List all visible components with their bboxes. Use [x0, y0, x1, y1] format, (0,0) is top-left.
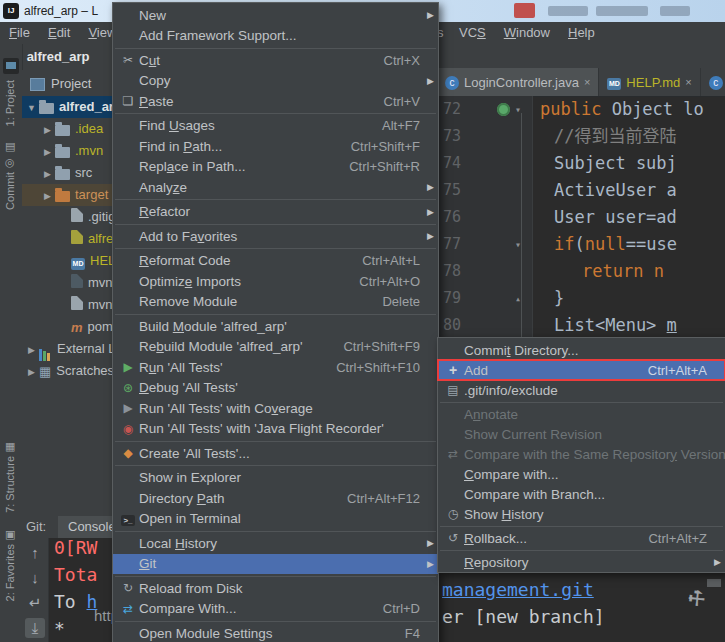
context-menu-item-directory-path[interactable]: Directory PathCtrl+Alt+F12 [113, 488, 438, 509]
context-menu-item-create-all-tests[interactable]: ◆Create 'All Tests'... [113, 443, 438, 464]
context-menu-item-rebuild-module-alfred-arp[interactable]: Rebuild Module 'alfred_arp'Ctrl+Shift+F9 [113, 337, 438, 358]
context-menu-item-add-framework-support[interactable]: Add Framework Support... [113, 26, 438, 47]
menubar-item-file[interactable]: File [0, 22, 39, 43]
git-submenu-item-rollback[interactable]: ↺Rollback...Ctrl+Alt+Z [438, 528, 725, 548]
clipboard-icon: ❏ [117, 94, 139, 108]
line-number: 75 [437, 177, 485, 204]
tree-toggle-icon[interactable]: ▶ [42, 185, 53, 207]
menu-item-shortcut: Ctrl+Alt+Z [648, 531, 707, 546]
menu-item-label: Add Framework Support... [139, 28, 297, 43]
context-menu: New▶Add Framework Support...✂CutCtrl+XCo… [112, 2, 439, 642]
context-menu-item-remove-module[interactable]: Remove ModuleDelete [113, 292, 438, 313]
console-scrollbar-thumb[interactable] [707, 579, 721, 587]
stripe-tab-project[interactable]: 1: Project [4, 80, 16, 126]
context-menu-item-show-in-explorer[interactable]: Show in Explorer [113, 468, 438, 489]
context-menu-item-find-usages[interactable]: Find UsagesAlt+F7 [113, 116, 438, 137]
git-submenu-item-show-history[interactable]: ◷Show History [438, 504, 725, 524]
git-submenu-item-compare-with-branch[interactable]: Compare with Branch... [438, 484, 725, 504]
context-menu-item-new[interactable]: New▶ [113, 5, 438, 26]
context-menu-item-debug-all-tests[interactable]: ⊛Debug 'All Tests' [113, 378, 438, 399]
window-title: alfred_arp – L [24, 4, 98, 18]
context-menu-item-run-all-tests-with-coverage[interactable]: ▶Run 'All Tests' with Coverage [113, 398, 438, 419]
context-menu-item-optimize-imports[interactable]: Optimize ImportsCtrl+Alt+O [113, 271, 438, 292]
gutter-run-marker-icon[interactable] [497, 103, 510, 116]
intellij-logo-icon: IJ [3, 3, 19, 19]
git-submenu-item-compare-with[interactable]: Compare with... [438, 464, 725, 484]
scroll-down-icon[interactable]: ↓ [25, 568, 45, 588]
tab-close-icon[interactable]: × [584, 76, 590, 88]
menubar-item-vcs[interactable]: VCS [450, 22, 495, 43]
tree-toggle-icon[interactable]: ▼ [26, 97, 37, 119]
create-tests-icon: ◆ [117, 446, 139, 460]
fold-marker-icon[interactable]: ▾ [515, 231, 521, 258]
context-menu-item-run-all-tests-with-java-flight-recorder[interactable]: ◉Run 'All Tests' with 'Java Flight Recor… [113, 419, 438, 440]
stripe-tab-structure[interactable]: 7: Structure [4, 456, 16, 513]
context-menu-item-open-module-settings[interactable]: Open Module SettingsF4 [113, 623, 438, 642]
jfr-icon: ◉ [117, 422, 139, 436]
project-panel-header[interactable]: Project [30, 76, 91, 91]
editor-tab-item[interactable]: c [701, 68, 725, 96]
menubar-item-edit[interactable]: Edit [39, 22, 79, 43]
settings-wrench-icon[interactable]: ⚒ [683, 584, 711, 613]
git-submenu-item-add[interactable]: +AddCtrl+Alt+A [438, 360, 725, 380]
code-viewport[interactable]: 72▾public Object lo73//得到当前登陆74Subject s… [437, 96, 725, 339]
terminal-icon: >_ [117, 512, 139, 526]
fold-marker-icon[interactable]: ▾ [515, 96, 521, 123]
menubar-item-help[interactable]: Help [559, 22, 604, 43]
code-text: ActiveUser a [554, 177, 677, 204]
context-menu-item-reformat-code[interactable]: Reformat CodeCtrl+Alt+L [113, 251, 438, 272]
menu-item-label: Find in Path... [139, 139, 222, 154]
fold-marker-icon[interactable]: ▴ [515, 285, 521, 312]
context-menu-item-add-to-favorites[interactable]: Add to Favorites▶ [113, 226, 438, 247]
scroll-to-end-icon[interactable]: ⤓ [25, 618, 45, 638]
code-text: } [554, 285, 564, 312]
debug-icon: ⊛ [117, 381, 139, 395]
rollback-icon: ↺ [442, 531, 464, 545]
tree-toggle-icon[interactable]: ▶ [42, 141, 53, 163]
menu-item-label: Add [464, 363, 488, 378]
context-menu-item-replace-in-path[interactable]: Replace in Path...Ctrl+Shift+R [113, 157, 438, 178]
context-menu-item-analyze[interactable]: Analyze▶ [113, 177, 438, 198]
editor-tab-logincontroller-java[interactable]: cLoginController.java× [437, 68, 599, 96]
tab-close-icon[interactable]: × [685, 76, 691, 88]
context-menu-item-copy[interactable]: Copy▶ [113, 71, 438, 92]
scroll-up-icon[interactable]: ↑ [25, 543, 45, 563]
stripe-tab-favorites[interactable]: 2: Favorites [4, 544, 16, 601]
folder-icon [55, 141, 70, 163]
menu-bar-right: VCSWindowHelp [450, 22, 604, 43]
tool-window-button-icon[interactable] [3, 58, 19, 74]
context-menu-item-paste[interactable]: ❏PasteCtrl+V [113, 91, 438, 112]
context-menu-item-find-in-path[interactable]: Find in Path...Ctrl+Shift+F [113, 136, 438, 157]
menu-item-shortcut: Ctrl+Shift+F [351, 139, 420, 154]
context-menu-item-build-module-alfred-arp[interactable]: Build Module 'alfred_arp' [113, 316, 438, 337]
soft-wrap-icon[interactable]: ↵ [25, 593, 45, 613]
tree-item-label: target [75, 187, 108, 202]
git-submenu-item-show-current-revision[interactable]: Show Current Revision [438, 424, 725, 444]
context-menu-item-open-in-terminal[interactable]: >_Open in Terminal [113, 509, 438, 530]
tree-toggle-icon[interactable]: ▶ [42, 119, 53, 141]
stripe-tab-commit[interactable]: Commit [4, 172, 16, 210]
tree-toggle-icon[interactable]: ▶ [26, 361, 37, 383]
tree-toggle-icon[interactable]: ▶ [26, 339, 37, 361]
git-submenu-item-commit-directory[interactable]: Commit Directory... [438, 340, 725, 360]
context-menu-item-git[interactable]: Git▶ [113, 554, 438, 575]
context-menu-item-local-history[interactable]: Local History▶ [113, 533, 438, 554]
context-menu-item-run-all-tests[interactable]: ▶Run 'All Tests'Ctrl+Shift+F10 [113, 357, 438, 378]
editor-tab-help-md[interactable]: MDHELP.md× [599, 68, 700, 96]
git-submenu-item-repository[interactable]: Repository▶ [438, 552, 725, 572]
context-menu-item-reload-from-disk[interactable]: ↻Reload from Disk [113, 578, 438, 599]
git-submenu-item-annotate[interactable]: Annotate [438, 404, 725, 424]
menu-item-label: Local History [139, 536, 217, 551]
git-submenu-item-git-info-exclude[interactable]: ▤.git/info/exclude [438, 380, 725, 400]
context-menu-item-compare-with[interactable]: ⇄Compare With...Ctrl+D [113, 599, 438, 620]
context-menu-item-cut[interactable]: ✂CutCtrl+X [113, 50, 438, 71]
code-line-75: 75ActiveUser a [437, 177, 725, 204]
context-menu-item-refactor[interactable]: Refactor▶ [113, 202, 438, 223]
tree-toggle-icon[interactable]: ▶ [42, 163, 53, 185]
folder-icon [55, 119, 70, 141]
git-submenu-item-compare-with-the-same-repository-version[interactable]: ⇄Compare with the Same Repository Versio… [438, 444, 725, 464]
menu-item-label: .git/info/exclude [464, 383, 558, 398]
coverage-icon: ▶ [117, 401, 139, 415]
menu-item-shortcut: Ctrl+Shift+R [349, 159, 420, 174]
menubar-item-window[interactable]: Window [495, 22, 559, 43]
